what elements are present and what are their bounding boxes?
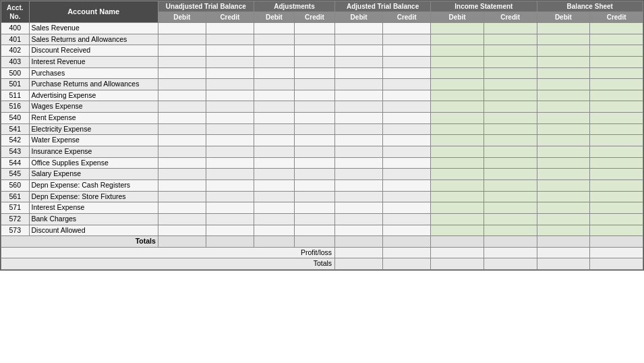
adj-debit-cell — [254, 179, 294, 191]
atb-credit-cell — [383, 67, 431, 79]
adj-credit-cell — [294, 34, 334, 45]
is-credit-cell — [484, 135, 537, 146]
acct-no-cell: 501 — [1, 79, 30, 90]
acct-no-cell: 500 — [1, 67, 30, 79]
is-credit-cell — [484, 123, 537, 135]
acct-no-cell: 402 — [1, 45, 30, 57]
bs-credit-cell — [590, 101, 643, 113]
acct-no-cell: 403 — [1, 56, 30, 67]
atb-debit-cell — [335, 56, 383, 67]
atb-debit-cell — [335, 157, 383, 169]
bs-credit-cell — [590, 179, 643, 191]
acct-no-cell: 540 — [1, 113, 30, 124]
bs-debit-cell — [537, 79, 590, 90]
account-name-cell: Purchases — [29, 67, 158, 79]
tot-bs-debit — [537, 236, 590, 248]
pl-atb-credit — [383, 247, 431, 258]
table-row: 545 Salary Expense — [1, 169, 643, 180]
adj-credit-header: Credit — [294, 12, 334, 23]
unadj-debit-cell — [158, 202, 206, 214]
profit-loss-label: Profit/loss — [1, 247, 335, 258]
table-row: 511 Advertising Expense — [1, 90, 643, 101]
account-name-cell: Discount Allowed — [29, 225, 158, 236]
atb-debit-cell — [335, 213, 383, 225]
account-name-cell: Sales Returns and Allowances — [29, 34, 158, 45]
adj-credit-cell — [294, 202, 334, 214]
is-credit-cell — [484, 23, 537, 34]
is-credit-cell — [484, 113, 537, 124]
pl-atb-debit — [335, 247, 383, 258]
table-row: 400 Sales Revenue — [1, 23, 643, 34]
adj-debit-cell — [254, 90, 294, 101]
atb-debit-cell — [335, 67, 383, 79]
adj-debit-cell — [254, 202, 294, 214]
unadj-debit-cell — [158, 90, 206, 101]
account-name-cell: Bank Charges — [29, 213, 158, 225]
adj-credit-cell — [294, 225, 334, 236]
table-row: 561 Depn Expense: Store Fixtures — [1, 191, 643, 202]
bs-debit-cell — [537, 34, 590, 45]
atb-debit-cell — [335, 123, 383, 135]
unadj-credit-cell — [206, 101, 254, 113]
is-credit-cell — [484, 225, 537, 236]
atb-credit-cell — [383, 113, 431, 124]
account-name-cell: Rent Expense — [29, 113, 158, 124]
table-row: 543 Insurance Expense — [1, 146, 643, 158]
bs-credit-cell — [590, 225, 643, 236]
atb-debit-cell — [335, 169, 383, 180]
unadj-debit-cell — [158, 113, 206, 124]
adj-credit-cell — [294, 67, 334, 79]
is-debit-cell — [431, 123, 484, 135]
acct-no-cell: 400 — [1, 23, 30, 34]
unadj-credit-cell — [206, 146, 254, 158]
acct-no-cell: 573 — [1, 225, 30, 236]
bs-credit-cell — [590, 56, 643, 67]
bs-debit-cell — [537, 113, 590, 124]
unadj-debit-cell — [158, 23, 206, 34]
bs-debit-cell — [537, 101, 590, 113]
adj-debit-cell — [254, 157, 294, 169]
is-credit-cell — [484, 101, 537, 113]
is-debit-cell — [431, 213, 484, 225]
atb-credit-cell — [383, 135, 431, 146]
is-debit-cell — [431, 23, 484, 34]
atb-credit-cell — [383, 34, 431, 45]
table-row: 500 Purchases — [1, 67, 643, 79]
atb-credit-cell — [383, 169, 431, 180]
acct-no-cell: 561 — [1, 191, 30, 202]
adj-debit-cell — [254, 79, 294, 90]
pl-is-debit — [431, 247, 484, 258]
atb-credit-header: Credit — [383, 12, 431, 23]
table-row: 560 Depn Expense: Cash Registers — [1, 179, 643, 191]
is-credit-cell — [484, 179, 537, 191]
bs-credit-cell — [590, 67, 643, 79]
tot2-bs-credit — [590, 258, 643, 270]
adj-debit-cell — [254, 169, 294, 180]
unadj-credit-cell — [206, 213, 254, 225]
bs-credit-cell — [590, 45, 643, 57]
is-debit-cell — [431, 113, 484, 124]
is-debit-cell — [431, 169, 484, 180]
atb-credit-cell — [383, 45, 431, 57]
bs-debit-cell — [537, 202, 590, 214]
bs-credit-cell — [590, 90, 643, 101]
is-credit-cell — [484, 146, 537, 158]
is-debit-cell — [431, 34, 484, 45]
atb-credit-cell — [383, 90, 431, 101]
is-credit-cell — [484, 169, 537, 180]
is-credit-cell — [484, 90, 537, 101]
bs-debit-cell — [537, 213, 590, 225]
unadj-credit-cell — [206, 56, 254, 67]
tot-atb-debit — [335, 236, 383, 248]
tot-unadj-debit — [158, 236, 206, 248]
unadj-debit-cell — [158, 225, 206, 236]
atb-debit-cell — [335, 179, 383, 191]
is-credit-cell — [484, 56, 537, 67]
tot2-bs-debit — [537, 258, 590, 270]
atb-credit-cell — [383, 213, 431, 225]
atb-debit-cell — [335, 79, 383, 90]
bs-debit-cell — [537, 157, 590, 169]
unadj-debit-cell — [158, 101, 206, 113]
adj-debit-cell — [254, 23, 294, 34]
is-debit-cell — [431, 90, 484, 101]
